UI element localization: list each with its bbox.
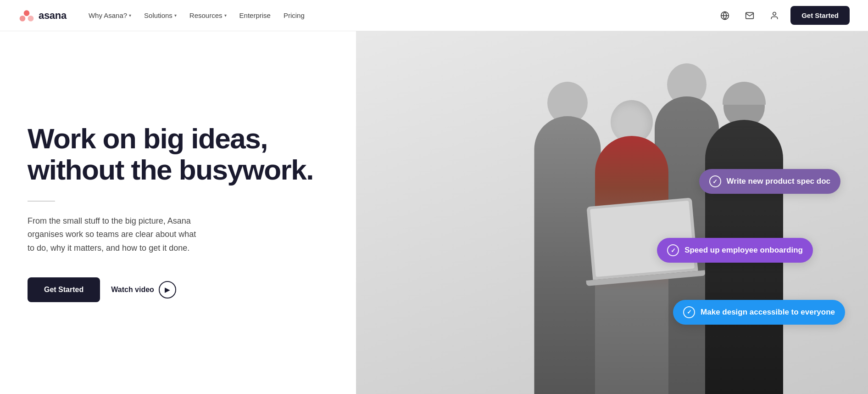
svg-point-0 xyxy=(24,10,30,16)
language-button[interactable] xyxy=(716,7,734,24)
task-badge-1: ✓ Write new product spec doc xyxy=(699,169,840,194)
hero-section: Work on big ideas, without the busywork.… xyxy=(0,31,868,394)
people-illustration xyxy=(518,63,830,394)
get-started-button-hero[interactable]: Get Started xyxy=(28,277,100,302)
hero-title: Work on big ideas, without the busywork. xyxy=(28,123,328,186)
check-icon-1: ✓ xyxy=(709,175,721,187)
play-icon: ▶ xyxy=(159,281,176,298)
get-started-button-nav[interactable]: Get Started xyxy=(790,6,850,25)
watch-video-button[interactable]: Watch video ▶ xyxy=(111,281,176,298)
nav-why-asana[interactable]: Why Asana? ▾ xyxy=(83,8,137,23)
logo-icon xyxy=(18,7,35,24)
check-icon-2: ✓ xyxy=(667,244,679,256)
nav-enterprise[interactable]: Enterprise xyxy=(234,8,276,23)
nav-links: Why Asana? ▾ Solutions ▾ Resources ▾ Ent… xyxy=(83,8,310,23)
svg-point-5 xyxy=(773,12,776,15)
hero-right: ✓ Write new product spec doc ✓ Speed up … xyxy=(356,31,868,394)
messages-button[interactable] xyxy=(741,7,758,24)
nav-resources[interactable]: Resources ▾ xyxy=(184,8,232,23)
globe-icon xyxy=(720,11,729,20)
chevron-down-icon: ▾ xyxy=(129,13,131,18)
svg-point-1 xyxy=(20,16,26,22)
hero-left: Work on big ideas, without the busywork.… xyxy=(0,31,356,394)
hero-divider xyxy=(28,201,55,202)
navbar: asana Why Asana? ▾ Solutions ▾ Resources… xyxy=(0,0,868,31)
nav-solutions[interactable]: Solutions ▾ xyxy=(139,8,182,23)
nav-pricing[interactable]: Pricing xyxy=(278,8,310,23)
logo[interactable]: asana xyxy=(18,7,67,24)
hero-actions: Get Started Watch video ▶ xyxy=(28,277,328,302)
hat xyxy=(723,82,766,105)
user-icon xyxy=(770,11,779,20)
profile-button[interactable] xyxy=(766,7,783,24)
chevron-down-icon: ▾ xyxy=(174,13,177,18)
svg-point-2 xyxy=(28,16,34,22)
task-badge-3: ✓ Make design accessible to everyone xyxy=(673,300,845,325)
mail-icon xyxy=(745,11,754,20)
nav-right: Get Started xyxy=(716,6,850,25)
chevron-down-icon: ▾ xyxy=(224,13,227,18)
nav-left: asana Why Asana? ▾ Solutions ▾ Resources… xyxy=(18,7,310,24)
hero-description: From the small stuff to the big picture,… xyxy=(28,214,202,255)
logo-text: asana xyxy=(39,10,67,22)
check-icon-3: ✓ xyxy=(683,306,695,318)
task-badge-2: ✓ Speed up employee onboarding xyxy=(657,238,813,263)
